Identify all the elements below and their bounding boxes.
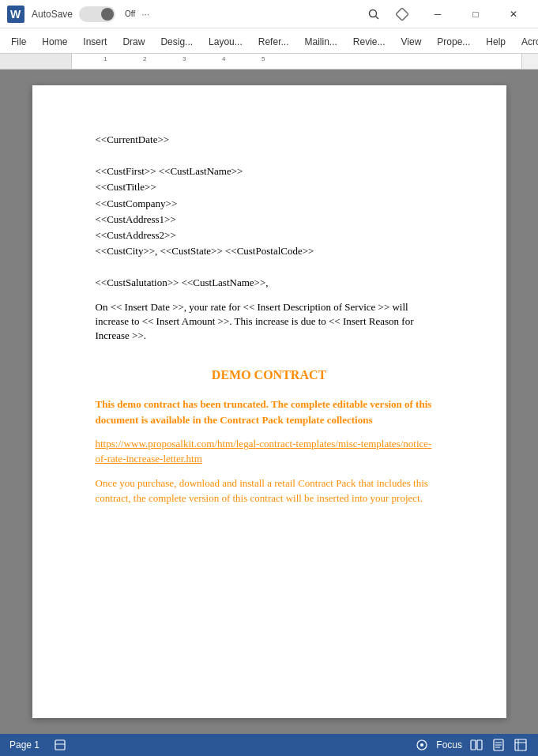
svg-point-13: [420, 743, 423, 747]
ruler-mark-1: 1: [103, 55, 107, 62]
svg-text:W: W: [10, 8, 21, 21]
cust-city-state-zip-field: <<CustCity>>, <<CustState>> <<CustPostal…: [96, 244, 443, 258]
document-view-icon[interactable]: [491, 737, 506, 753]
autosave-toggle-state: Off: [125, 9, 135, 18]
tab-insert[interactable]: Insert: [75, 31, 115, 53]
word-app-icon: W: [6, 5, 25, 24]
autosave-toggle[interactable]: [79, 6, 115, 22]
demo-truncated-notice: This demo contract has been truncated. T…: [96, 397, 443, 427]
ruler-mark-2: 2: [143, 55, 146, 62]
svg-point-2: [370, 9, 377, 17]
tab-view[interactable]: View: [393, 31, 430, 53]
cust-title-field: <<CustTitle>>: [96, 180, 443, 194]
ribbon-tabs: File Home Insert Draw Desig... Layou... …: [0, 28, 538, 54]
status-bar: Page 1 Focus: [0, 734, 538, 756]
tab-mailings[interactable]: Mailin...: [296, 31, 344, 53]
autosave-label: AutoSave: [32, 9, 73, 20]
ruler: 1 2 3 4 5: [0, 54, 538, 70]
focus-icon[interactable]: [414, 737, 430, 753]
ruler-left-margin: [0, 54, 71, 69]
svg-marker-4: [396, 8, 408, 21]
page-number: Page 1: [9, 739, 40, 750]
search-button[interactable]: [363, 3, 385, 25]
close-button[interactable]: ✕: [495, 2, 532, 27]
tab-home[interactable]: Home: [34, 31, 75, 53]
tab-references[interactable]: Refer...: [250, 31, 297, 53]
tab-properties[interactable]: Prope...: [429, 31, 478, 53]
tab-file[interactable]: File: [3, 31, 34, 53]
document-area: <<CurrentDate>> <<CustFirst>> <<CustLast…: [0, 70, 538, 734]
demo-purchase-notice: Once you purchase, download and install …: [96, 476, 443, 506]
page-view-icon[interactable]: [52, 737, 68, 753]
cust-company-field: <<CustCompany>>: [96, 197, 443, 211]
gap-3: [96, 292, 443, 300]
tab-help[interactable]: Help: [478, 31, 514, 53]
window-controls: ─ □ ✕: [419, 2, 532, 27]
cust-address1-field: <<CustAddress1>>: [96, 213, 443, 227]
svg-rect-20: [515, 739, 526, 750]
document-page[interactable]: <<CurrentDate>> <<CustFirst>> <<CustLast…: [32, 85, 506, 718]
toggle-knob: [101, 8, 114, 21]
ruler-mark-3: 3: [182, 55, 186, 62]
focus-label[interactable]: Focus: [436, 739, 462, 750]
ruler-mark-5: 5: [261, 55, 265, 62]
cust-address2-field: <<CustAddress2>>: [96, 228, 443, 243]
svg-rect-10: [55, 740, 65, 750]
tab-design[interactable]: Desig...: [152, 31, 201, 53]
document-content: <<CurrentDate>> <<CustFirst>> <<CustLast…: [96, 133, 443, 506]
cust-salutation-field: <<CustSalutation>> <<CustLastName>>,: [96, 276, 443, 290]
status-right-icons: Focus: [414, 737, 529, 753]
minimize-button[interactable]: ─: [419, 2, 456, 27]
body-text: On << Insert Date >>, your rate for << I…: [96, 300, 443, 344]
tab-review[interactable]: Revie...: [345, 31, 393, 53]
ruler-inner: 1 2 3 4 5: [71, 54, 522, 69]
title-bar: W AutoSave Off ··· ─ □ ✕: [0, 0, 538, 28]
demo-contract-title: DEMO CONTRACT: [96, 367, 443, 384]
gap-2: [96, 260, 443, 276]
more-commands-icon[interactable]: ···: [141, 9, 149, 20]
tab-draw[interactable]: Draw: [115, 31, 152, 53]
tab-layout[interactable]: Layou...: [201, 31, 250, 53]
designer-icon[interactable]: [391, 3, 413, 25]
svg-line-3: [376, 16, 379, 19]
columns-icon[interactable]: [468, 737, 484, 753]
svg-rect-15: [477, 740, 482, 750]
demo-link[interactable]: https://www.proposalkit.com/htm/legal-co…: [96, 437, 443, 465]
current-date-field: <<CurrentDate>>: [96, 133, 443, 147]
ruler-mark-4: 4: [222, 55, 225, 62]
maximize-button[interactable]: □: [457, 2, 494, 27]
gap-1: [96, 149, 443, 164]
web-view-icon[interactable]: [513, 737, 529, 753]
cust-name-field: <<CustFirst>> <<CustLastName>>: [96, 164, 443, 179]
svg-rect-14: [471, 740, 476, 750]
tab-acrobat[interactable]: Acrob...: [514, 31, 538, 53]
